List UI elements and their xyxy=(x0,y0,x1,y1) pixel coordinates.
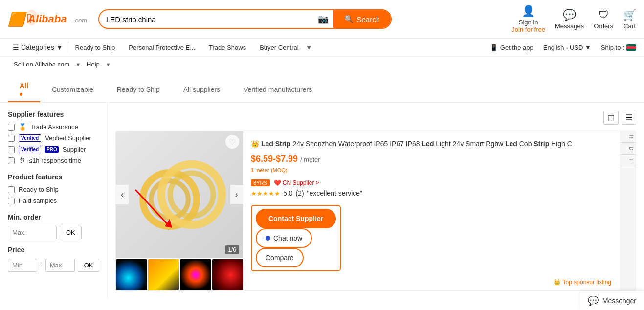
tab-all-suppliers[interactable]: All suppliers xyxy=(172,82,232,98)
filter-paid-samples[interactable]: Paid samples xyxy=(8,197,99,204)
logo[interactable]: 🟧 Alibaba .com  xyxy=(8,8,90,30)
get-app-link[interactable]: 📱 Get the app xyxy=(490,44,533,51)
messenger-icon: 💬 xyxy=(588,295,599,299)
messages-label: Messages xyxy=(555,22,584,30)
led-strip-visual xyxy=(116,131,243,258)
tab-all[interactable]: All xyxy=(8,78,40,102)
crown-icon: 👑 xyxy=(251,140,259,148)
moq-badge: (MOQ) xyxy=(271,167,288,173)
image-next-button[interactable]: › xyxy=(230,185,243,204)
sub-nav-sell-on-alibaba[interactable]: Sell on Alibaba.com xyxy=(8,59,75,70)
paid-samples-label: Paid samples xyxy=(19,197,57,204)
search-input[interactable] xyxy=(99,11,313,27)
verified-pro-checkbox[interactable] xyxy=(8,146,15,153)
sign-in-label: Sign in xyxy=(519,19,538,26)
nav-link-ready-to-ship[interactable]: Ready to Ship xyxy=(68,42,122,53)
product-features-section: Product features Ready to Ship Paid samp… xyxy=(8,173,99,204)
thumbnail-row xyxy=(116,259,243,290)
navbar: ☰ Categories ▼ Ready to Ship Personal Pr… xyxy=(0,39,644,57)
filter-trade-assurance[interactable]: 🏅 Trade Assurance xyxy=(8,123,99,131)
logo-text: Alibaba .com  xyxy=(27,8,90,30)
nav-link-personal-protective[interactable]: Personal Protective E... xyxy=(122,42,202,53)
messages-button[interactable]: 💬 Messages xyxy=(555,9,584,30)
list-view-button[interactable]: ☰ xyxy=(622,111,636,125)
supplier-info: 8YRS ❤️ CN Supplier > xyxy=(251,179,612,186)
sub-nav-chevron-help: ▼ xyxy=(106,62,111,67)
sign-in-button[interactable]: 👤 Sign in Join for free xyxy=(511,5,545,33)
nav-link-buyer-central[interactable]: Buyer Central xyxy=(253,42,305,53)
clock-icon: ⏱ xyxy=(19,157,25,164)
rating-value: 5.0 xyxy=(283,189,292,197)
sub-nav-help[interactable]: Help xyxy=(81,59,106,70)
filter-verified-supplier[interactable]: Verified Verified Supplier xyxy=(8,134,99,142)
search-button-label: Search xyxy=(356,15,380,23)
categories-menu[interactable]: ☰ Categories ▼ xyxy=(8,42,68,53)
language-chevron: ▼ xyxy=(585,44,591,51)
filter-verified-pro-supplier[interactable]: Verified PRO Supplier xyxy=(8,146,99,153)
supplier-features-title: Supplier features xyxy=(8,111,99,118)
image-counter: 1/6 xyxy=(225,245,239,254)
product-card: ‹ › ♡ 1/6 xyxy=(115,131,636,291)
tab-ready-to-ship[interactable]: Ready to Ship xyxy=(105,82,172,98)
thumbnail-4[interactable] xyxy=(212,259,244,290)
verified-supplier-checkbox[interactable] xyxy=(8,135,15,142)
tab-verified-manufacturers[interactable]: Verified manufacturers xyxy=(232,82,324,98)
product-rating: ★★★★★ 5.0 (2) "excellent service" xyxy=(251,189,612,197)
sidebar: Supplier features 🏅 Trade Assurance Veri… xyxy=(0,103,108,299)
svg-text::  xyxy=(27,11,32,26)
price-max-input[interactable] xyxy=(45,259,75,272)
messenger-bar[interactable]: 💬 Messenger xyxy=(580,291,644,299)
ship-to-selector[interactable]: Ship to: xyxy=(601,44,636,51)
cn-label: CN Supplier xyxy=(283,179,314,186)
right-tab-r[interactable]: R xyxy=(621,131,636,143)
ready-to-ship-checkbox[interactable] xyxy=(8,186,15,193)
orders-button[interactable]: 🛡 Orders xyxy=(594,9,613,30)
thumbnail-2[interactable] xyxy=(148,259,179,290)
star-icons: ★★★★★ xyxy=(251,190,280,197)
contact-supplier-button[interactable]: Contact Supplier xyxy=(256,209,336,228)
camera-icon[interactable]: 📷 xyxy=(313,14,333,24)
trade-assurance-checkbox[interactable] xyxy=(8,124,15,131)
language-selector[interactable]: English - USD ▼ xyxy=(543,44,591,51)
price-ok-button[interactable]: OK xyxy=(78,259,100,272)
product-price: $6.59-$7.99 / meter xyxy=(251,154,612,164)
product-title-text-4: High C xyxy=(551,140,572,148)
filter-ready-to-ship[interactable]: Ready to Ship xyxy=(8,186,99,193)
header-right: 👤 Sign in Join for free 💬 Messages 🛡 Ord… xyxy=(511,5,636,33)
sponsor-label: Top sponsor listing xyxy=(563,279,611,286)
price-section: Price - OK xyxy=(8,246,99,272)
paid-samples-checkbox[interactable] xyxy=(8,198,15,204)
account-icon: 👤 xyxy=(522,5,535,18)
product-title-text-2: Light 24v Smart Rgbw xyxy=(436,140,505,148)
product-title-text-3: Cob xyxy=(519,140,534,148)
nav-link-trade-shows[interactable]: Trade Shows xyxy=(202,42,253,53)
action-buttons-container: Contact Supplier Chat now Compare xyxy=(251,205,341,271)
search-button[interactable]: 🔍 Search xyxy=(333,10,391,28)
min-order-input[interactable] xyxy=(8,226,57,239)
filter-response-time[interactable]: ⏱ ≤1h response time xyxy=(8,157,99,164)
min-order-ok-button[interactable]: OK xyxy=(60,226,82,239)
image-prev-button[interactable]: ‹ xyxy=(116,185,129,204)
response-time-checkbox[interactable] xyxy=(8,157,15,164)
compare-button[interactable]: Compare xyxy=(256,248,304,267)
review-count: (2) xyxy=(295,189,304,197)
sub-navbar: Sell on Alibaba.com ▼ Help ▼ xyxy=(0,57,644,72)
phone-icon: 📱 xyxy=(490,44,498,51)
right-tab-d[interactable]: D xyxy=(621,143,636,155)
chat-now-button[interactable]: Chat now xyxy=(256,228,312,248)
price-inputs: - OK xyxy=(8,259,99,272)
verified-pro-badge: Verified xyxy=(19,146,41,153)
main-product-image: ‹ › ♡ 1/6 xyxy=(116,131,243,258)
svg-text:.com: .com xyxy=(73,17,87,24)
thumbnail-1[interactable] xyxy=(116,259,147,290)
price-min-input[interactable] xyxy=(8,259,37,272)
right-tab-t[interactable]: T xyxy=(621,155,636,166)
product-title: 👑 Led Strip 24v Shenzhen Waterproof IP65… xyxy=(251,139,612,149)
tab-customizable[interactable]: Customizable xyxy=(40,82,105,98)
wishlist-button[interactable]: ♡ xyxy=(225,135,239,149)
alibaba-logo-icon: 🟧 xyxy=(8,11,25,27)
grid-view-button[interactable]: ◫ xyxy=(603,111,619,125)
thumbnail-3[interactable] xyxy=(180,259,211,290)
supplier-features-section: Supplier features 🏅 Trade Assurance Veri… xyxy=(8,111,99,164)
cart-button[interactable]: 🛒 Cart xyxy=(623,9,636,30)
